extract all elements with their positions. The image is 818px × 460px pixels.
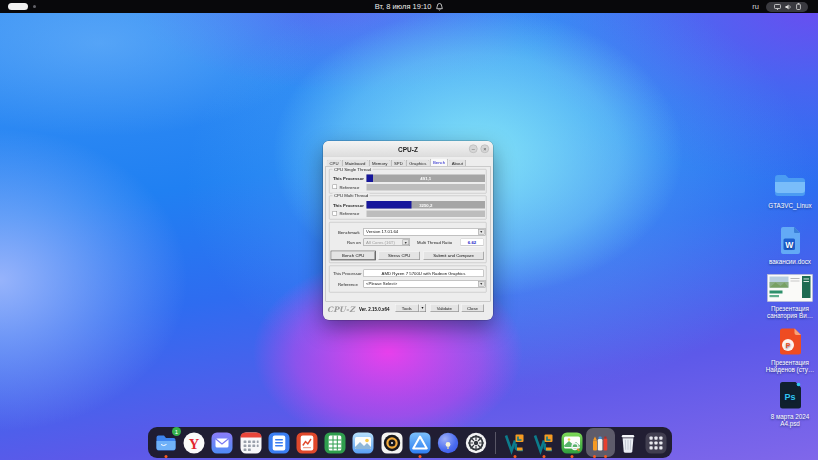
reference-select[interactable]: <Please Select> ▼ (364, 280, 486, 288)
minimize-button[interactable]: – (469, 145, 478, 154)
dock-gta-vice-city-1[interactable] (503, 427, 527, 458)
running-indicator (593, 455, 596, 458)
multi-thread-bar: 3250,2 (367, 201, 486, 209)
run-on-select: All Cores (16T) ▼ (364, 239, 411, 247)
cpuz-window: CPU-Z – × CPU Mainboard Memory SPD Graph… (323, 141, 493, 320)
photo-viewer-icon (560, 431, 584, 455)
dock-calendar[interactable] (239, 427, 263, 458)
dock-gta-vice-city-2[interactable] (532, 427, 556, 458)
desktop-icon-label: GTA3VC_Linux (755, 202, 818, 209)
svg-text:Y: Y (189, 435, 200, 451)
ratio-value: 6.62 (461, 239, 484, 247)
desktop-icon-label2: А4.psd (755, 420, 818, 427)
version-label: Ver. 2.15.0.x64 (359, 307, 390, 312)
documents-icon (267, 431, 291, 455)
single-thread-value: 491,1 (367, 176, 486, 181)
dock-spreadsheets[interactable] (323, 427, 347, 458)
ratio-label: Multi Thread Ratio (417, 240, 452, 245)
reference-select-label: Reference (338, 282, 358, 287)
calendar-icon (239, 431, 263, 455)
single-thread-bar: 491,1 (367, 175, 486, 183)
app-store-icon (408, 431, 432, 455)
svg-text:P: P (785, 342, 790, 349)
dock-photo-viewer[interactable] (560, 427, 584, 458)
tools-dropdown-button[interactable]: ▼ (419, 304, 426, 312)
dock-music[interactable] (380, 427, 404, 458)
benchmark-dropdown-arrow[interactable]: ▼ (478, 229, 485, 235)
dock-pencil-case[interactable] (588, 427, 612, 458)
photoshop-icon: Ps (755, 380, 818, 410)
status-tray[interactable] (766, 2, 808, 12)
desktop-icon-label2: Найденов (сту… (755, 366, 818, 373)
svg-text:Ps: Ps (784, 392, 795, 402)
dock-files[interactable]: 1 (154, 427, 178, 458)
dock-documents[interactable] (267, 427, 291, 458)
dock-mail[interactable] (210, 427, 234, 458)
desktop-icon-label: Презентация (755, 305, 818, 312)
music-icon (380, 431, 404, 455)
dock-assistant[interactable] (436, 427, 460, 458)
multi-this-processor-label: This Processor (333, 203, 364, 208)
single-reference-checkbox[interactable] (333, 185, 338, 190)
multi-reference-label: Reference (340, 211, 360, 216)
dock-app-store[interactable] (408, 427, 432, 458)
keyboard-layout[interactable]: ru (752, 2, 759, 11)
running-indicator (165, 455, 168, 458)
window-titlebar[interactable]: CPU-Z – × (323, 141, 493, 157)
running-indicator (604, 455, 607, 458)
processor-label: This Processor (333, 271, 362, 276)
close-button[interactable]: × (481, 145, 490, 154)
running-indicator (570, 455, 573, 458)
notification-bell-icon[interactable] (436, 3, 443, 11)
desktop-icon-presentation-sanatorium[interactable]: Презентация санатория Ви… (755, 274, 818, 319)
vice-city-icon (503, 431, 527, 455)
processor-value: AMD Ryzen 7 5700U with Radeon Graphics (364, 270, 484, 278)
dock-yandex-browser[interactable]: Y (182, 427, 206, 458)
desktop-icon-presentation-naydenov[interactable]: P Презентация Найденов (сту… (755, 327, 818, 373)
submit-compare-button[interactable]: Submit and Compare (424, 252, 484, 260)
svg-text:W: W (785, 240, 794, 250)
mail-icon (210, 431, 234, 455)
benchmark-select[interactable]: Version 17.01.64 ▼ (364, 228, 486, 236)
tools-button[interactable]: Tools (395, 304, 419, 312)
desktop-icon-docx[interactable]: W вакансии.docx (755, 226, 818, 265)
desktop-icon-label: Презентация (755, 359, 818, 366)
settings-wheel-icon (464, 431, 488, 455)
validate-button[interactable]: Validate (430, 304, 459, 312)
multi-reference-bar (367, 211, 486, 218)
desktop-icon-psd[interactable]: Ps 8 марта 2024 А4.psd (755, 380, 818, 427)
desktop-icon-gta3vc[interactable]: GTA3VC_Linux (755, 173, 818, 209)
pencil-case-icon (588, 431, 612, 455)
reference-dropdown-arrow[interactable]: ▼ (478, 281, 485, 287)
multi-reference-checkbox[interactable] (333, 211, 338, 216)
dock-trash[interactable] (616, 427, 640, 458)
benchmark-label: Benchmark (338, 230, 360, 235)
gallery-icon (351, 431, 375, 455)
menubar-clock[interactable]: Вт, 8 июля 19:10 (375, 2, 432, 11)
running-indicator (418, 455, 421, 458)
close-window-button[interactable]: Close (462, 304, 484, 312)
dock-presentations[interactable] (295, 427, 319, 458)
desktop-screen: Вт, 8 июля 19:10 ru (0, 0, 818, 460)
dock-app-launcher[interactable] (644, 427, 668, 458)
dock-settings[interactable] (464, 427, 488, 458)
vice-city-icon (532, 431, 556, 455)
powerpoint-icon: P (755, 327, 818, 356)
multi-thread-value: 3250,2 (367, 202, 486, 207)
single-this-processor-label: This Processor (333, 176, 364, 181)
running-indicator (514, 455, 517, 458)
run-on-value: All Cores (16T) (366, 240, 395, 245)
stress-cpu-button[interactable]: Stress CPU (379, 252, 421, 260)
menubar: Вт, 8 июля 19:10 ru (0, 0, 818, 13)
bench-cpu-button[interactable]: Bench CPU (332, 252, 376, 260)
dock: 1 Y (148, 427, 672, 458)
assistant-icon (436, 431, 460, 455)
benchmark-value: Version 17.01.64 (366, 229, 398, 234)
dock-divider (495, 432, 496, 454)
dock-gallery[interactable] (351, 427, 375, 458)
desktop-icon-label: вакансии.docx (755, 258, 818, 265)
single-reference-bar (367, 184, 486, 191)
run-on-dropdown-arrow: ▼ (403, 240, 410, 246)
presentations-icon (295, 431, 319, 455)
files-badge: 1 (172, 427, 181, 436)
